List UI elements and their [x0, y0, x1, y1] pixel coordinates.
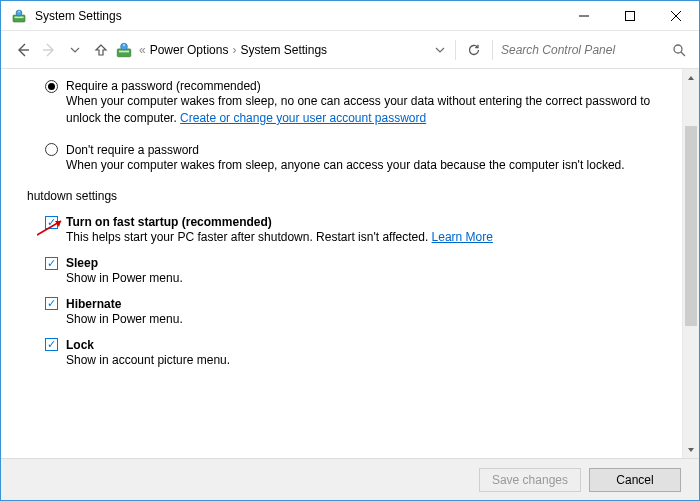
- scroll-up-button[interactable]: [683, 69, 699, 86]
- search-icon[interactable]: [669, 43, 689, 57]
- radio-label-dont-require-password: Don't require a password: [66, 143, 199, 157]
- control-panel-icon: [11, 8, 27, 24]
- chevron-right-icon: ›: [232, 43, 236, 57]
- back-button[interactable]: [11, 36, 35, 64]
- maximize-button[interactable]: [607, 1, 653, 31]
- power-options-icon: [115, 41, 133, 59]
- checkbox-sleep[interactable]: [45, 257, 58, 270]
- title-bar: System Settings: [1, 1, 699, 31]
- minimize-button[interactable]: [561, 1, 607, 31]
- svg-point-14: [674, 45, 682, 53]
- hibernate-description: Show in Power menu.: [66, 311, 656, 328]
- content-area: Require a password (recommended) When yo…: [1, 69, 682, 458]
- footer-bar: Save changes Cancel: [1, 458, 699, 500]
- breadcrumb-item-system-settings[interactable]: System Settings: [240, 43, 327, 57]
- divider: [492, 40, 493, 60]
- svg-rect-1: [15, 16, 24, 18]
- scroll-down-button[interactable]: [683, 441, 699, 458]
- address-dropdown-icon[interactable]: [431, 36, 449, 64]
- learn-more-link[interactable]: Learn More: [432, 230, 493, 244]
- save-changes-button[interactable]: Save changes: [479, 468, 581, 492]
- radio-dont-require-password[interactable]: [45, 143, 58, 156]
- sleep-description: Show in Power menu.: [66, 270, 656, 287]
- lock-description: Show in account picture menu.: [66, 352, 656, 369]
- shutdown-settings-heading: Shutdown settings: [27, 189, 656, 203]
- refresh-button[interactable]: [462, 36, 486, 64]
- scrollbar-thumb[interactable]: [685, 126, 697, 326]
- up-button[interactable]: [89, 36, 113, 64]
- create-change-password-link[interactable]: Create or change your user account passw…: [180, 111, 426, 125]
- search-input[interactable]: [499, 42, 669, 58]
- dont-require-password-description: When your computer wakes from sleep, any…: [66, 157, 656, 174]
- svg-rect-5: [626, 12, 635, 21]
- vertical-scrollbar[interactable]: [682, 69, 699, 458]
- radio-label-require-password: Require a password (recommended): [66, 79, 261, 93]
- svg-rect-11: [119, 50, 129, 52]
- checkbox-lock[interactable]: [45, 338, 58, 351]
- divider: [455, 40, 456, 60]
- svg-rect-3: [19, 10, 20, 12]
- checkbox-hibernate[interactable]: [45, 297, 58, 310]
- require-password-description: When your computer wakes from sleep, no …: [66, 93, 656, 127]
- checkbox-fast-startup[interactable]: [45, 216, 58, 229]
- breadcrumb[interactable]: « Power Options › System Settings: [115, 41, 327, 59]
- checkbox-label-hibernate: Hibernate: [66, 297, 121, 311]
- search-box[interactable]: [499, 37, 689, 63]
- svg-line-15: [681, 52, 685, 56]
- svg-rect-13: [123, 44, 124, 46]
- scrollbar-track[interactable]: [683, 86, 699, 441]
- radio-require-password[interactable]: [45, 80, 58, 93]
- window-title: System Settings: [35, 9, 561, 23]
- close-button[interactable]: [653, 1, 699, 31]
- navigation-bar: « Power Options › System Settings: [1, 31, 699, 69]
- chevron-icon: «: [139, 43, 146, 57]
- checkbox-label-fast-startup: Turn on fast startup (recommended): [66, 215, 272, 229]
- checkbox-label-sleep: Sleep: [66, 256, 98, 270]
- forward-button[interactable]: [37, 36, 61, 64]
- fast-startup-description: This helps start your PC faster after sh…: [66, 229, 656, 246]
- breadcrumb-item-power-options[interactable]: Power Options: [150, 43, 229, 57]
- cancel-button[interactable]: Cancel: [589, 468, 681, 492]
- recent-dropdown-icon[interactable]: [63, 36, 87, 64]
- checkbox-label-lock: Lock: [66, 338, 94, 352]
